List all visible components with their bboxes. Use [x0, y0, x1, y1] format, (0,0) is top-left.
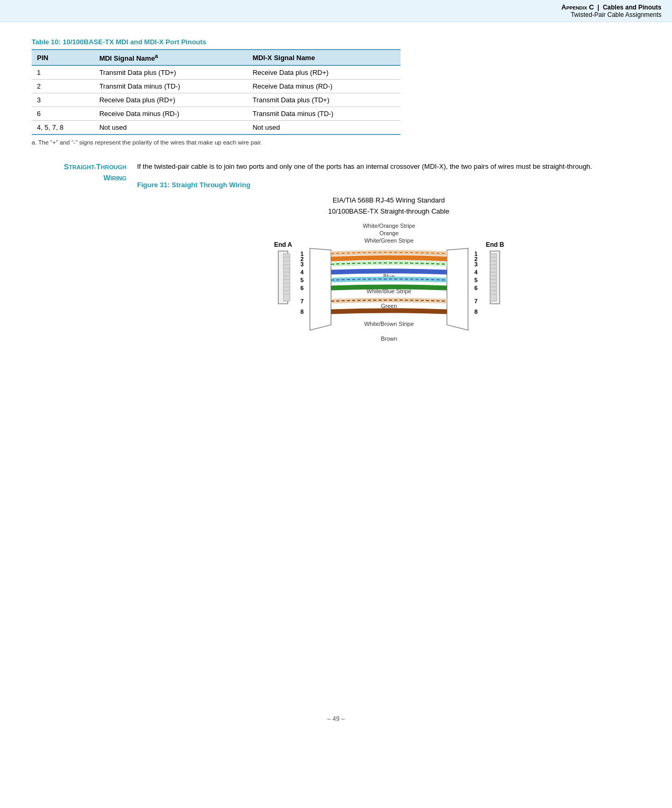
col-mdix: MDI-X Signal Name	[247, 50, 401, 65]
table-cell: 3	[32, 93, 94, 107]
table-cell: 1	[32, 65, 94, 80]
pin-left-8: 8	[300, 309, 303, 315]
pin-left-4: 4	[300, 269, 304, 275]
header-title: Cables and Pinouts	[603, 4, 661, 11]
table-cell: Transmit Data plus (TD+)	[94, 65, 247, 80]
table-cell: Receive Data minus (RD-)	[247, 80, 401, 93]
diagram-line1: EIA/TIA 568B RJ-45 Wiring Standard	[333, 196, 445, 204]
diagram-line2: 10/100BASE-TX Straight-through Cable	[328, 207, 450, 215]
pin-right-4: 4	[474, 269, 478, 275]
col-mdi: MDI Signal Namea	[94, 50, 247, 65]
section-body-text: If the twisted-pair cable is to join two…	[137, 161, 640, 172]
table-cell: Receive Data minus (RD-)	[94, 107, 247, 121]
wire-label-6: Green	[381, 303, 397, 309]
table-row: 6Receive Data minus (RD-)Transmit Data m…	[32, 107, 401, 121]
pin-left-5: 5	[300, 277, 303, 283]
header-subtitle: Twisted-Pair Cable Assignments	[561, 11, 661, 18]
table-row: 3Receive Data plus (RD+)Transmit Data pl…	[32, 93, 401, 107]
end-a-connector-inner	[284, 254, 290, 301]
header-text: Appendix C | Cables and Pinouts Twisted-…	[561, 3, 661, 18]
table-section: Table 10: 10/100BASE-TX MDI and MDI-X Po…	[32, 38, 640, 146]
end-b-connector-inner	[490, 254, 496, 301]
table-cell: 4, 5, 7, 8	[32, 121, 94, 135]
straight-through-section: STRAIGHT-THROUGHWIRING If the twisted-pa…	[32, 161, 640, 356]
page-footer: – 49 –	[0, 705, 672, 733]
pin-left-6: 6	[300, 285, 303, 291]
table-row: 4, 5, 7, 8Not usedNot used	[32, 121, 401, 135]
table-title: Table 10: 10/100BASE-TX MDI and MDI-X Po…	[32, 38, 640, 46]
pin-right-3: 3	[474, 261, 478, 267]
figure-title: Figure 31: Straight Through Wiring	[137, 181, 640, 189]
col-pin: PIN	[32, 50, 94, 65]
page-header: Appendix C | Cables and Pinouts Twisted-…	[0, 0, 672, 22]
wire-label-3: White/Green Stripe	[364, 237, 414, 244]
table-row: 2Transmit Data minus (TD-)Receive Data m…	[32, 80, 401, 93]
section-body: If the twisted-pair cable is to join two…	[137, 161, 640, 356]
table-footnote: a. The “+” and “-” signs represent the p…	[32, 139, 401, 146]
pin-right-8: 8	[474, 309, 478, 315]
wire-orange	[331, 257, 447, 259]
section-label: STRAIGHT-THROUGHWIRING	[32, 161, 137, 184]
table-row: 1Transmit Data plus (TD+)Receive Data pl…	[32, 65, 401, 80]
table-cell: Transmit Data plus (TD+)	[247, 93, 401, 107]
right-trapezoid	[447, 248, 468, 330]
wire-blue	[331, 271, 447, 272]
wire-green	[331, 287, 447, 288]
table-cell: Receive Data plus (RD+)	[94, 93, 247, 107]
wire-label-8: Brown	[381, 335, 397, 342]
table-cell: Transmit Data minus (TD-)	[247, 107, 401, 121]
pin-right-5: 5	[474, 277, 478, 283]
page-number: – 49 –	[327, 715, 345, 723]
end-a-label: End A	[274, 241, 292, 248]
pin-left-3: 3	[300, 261, 303, 267]
table-cell: 6	[32, 107, 94, 121]
left-trapezoid	[310, 248, 331, 330]
pinout-table: PIN MDI Signal Namea MDI-X Signal Name 1…	[32, 49, 401, 135]
table-cell: Not used	[247, 121, 401, 135]
wire-label-2: Orange	[379, 230, 398, 236]
table-cell: Receive Data plus (RD+)	[247, 65, 401, 80]
main-content: Table 10: 10/100BASE-TX MDI and MDI-X Po…	[0, 22, 672, 388]
wire-label-7: White/Brown Stripe	[364, 321, 413, 327]
section-label-text: STRAIGHT-THROUGHWIRING	[64, 162, 126, 182]
pin-right-6: 6	[474, 285, 478, 291]
table-cell: Not used	[94, 121, 247, 135]
pin-left-7: 7	[300, 298, 303, 304]
appendix-label: Appendix C	[561, 3, 594, 11]
table-cell: 2	[32, 80, 94, 93]
table-cell: Transmit Data minus (TD-)	[94, 80, 247, 93]
wire-brown	[331, 311, 447, 312]
pin-right-7: 7	[474, 298, 478, 304]
end-b-label: End B	[485, 241, 504, 248]
wiring-svg: White/Orange Stripe Orange White/Green S…	[226, 219, 552, 357]
wiring-diagram: EIA/TIA 568B RJ-45 Wiring Standard 10/10…	[137, 195, 640, 357]
diagram-header: EIA/TIA 568B RJ-45 Wiring Standard 10/10…	[137, 195, 640, 217]
table-header-row: PIN MDI Signal Namea MDI-X Signal Name	[32, 50, 401, 65]
wire-label-1: White/Orange Stripe	[363, 223, 415, 229]
